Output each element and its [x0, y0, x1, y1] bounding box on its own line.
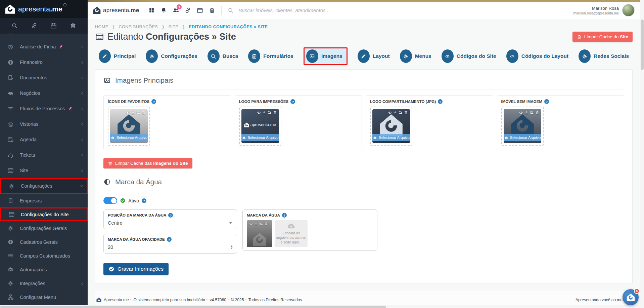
select-file-button[interactable]: Selecionar Arquivo: [372, 134, 410, 141]
tab-redes-sociais[interactable]: Redes Sociais: [579, 49, 629, 63]
trash-icon[interactable]: [535, 111, 539, 115]
upload-dropzone[interactable]: Selecionar Arquivo: [370, 107, 412, 146]
help-icon[interactable]: ?: [438, 99, 443, 104]
help-icon[interactable]: ?: [544, 99, 549, 104]
help-icon[interactable]: ?: [142, 198, 146, 203]
sidebar-item-configurar-menu[interactable]: Configurar Menu: [0, 290, 88, 304]
watermark-position-field[interactable]: POSIÇÃO DA MARCA DA ÁGUA ? Centro: [103, 209, 237, 229]
sidebar-item-documentos[interactable]: Documentos ‹: [0, 70, 88, 85]
search-icon[interactable]: [11, 23, 18, 29]
image-edit-icon[interactable]: [530, 111, 534, 115]
tab-layout[interactable]: Layout: [358, 49, 390, 63]
sidebar-item-configuracoes[interactable]: Configurações ‹: [0, 178, 88, 194]
bell-icon[interactable]: [160, 7, 167, 13]
eye-icon[interactable]: [249, 222, 253, 226]
eye-icon[interactable]: [388, 111, 392, 115]
sidebar-item-configuracoes-do-site[interactable]: Configurações do Site: [0, 207, 88, 221]
link-icon[interactable]: [185, 7, 191, 13]
tab-codigos-do-layout[interactable]: Códigos do Layout: [506, 49, 568, 63]
trash-icon[interactable]: [70, 23, 76, 29]
sidebar-item-negocios[interactable]: Negócios ‹: [0, 85, 88, 101]
sidebar-item-vistorias[interactable]: Vistorias ‹: [0, 116, 88, 132]
breadcrumb-site[interactable]: SITE: [168, 25, 178, 29]
sidebar-item-empresas[interactable]: Empresas: [0, 194, 88, 207]
save-button[interactable]: Gravar Informações: [103, 263, 169, 275]
download-icon[interactable]: [524, 111, 528, 115]
chat-widget-button[interactable]: 8: [623, 289, 639, 305]
search-input[interactable]: [238, 7, 412, 13]
sidebar-item-agenda[interactable]: Agenda ‹: [0, 132, 88, 147]
sidebar-item-financeiro[interactable]: Financeiro ‹: [0, 54, 88, 70]
tab-menus[interactable]: Menus: [400, 49, 431, 63]
watermark-opacity-value[interactable]: 20: [108, 244, 233, 250]
calendar-icon[interactable]: [50, 23, 57, 29]
upload-dropzone[interactable]: Selecionar Arquivo: [108, 107, 150, 146]
help-icon[interactable]: ?: [168, 213, 173, 218]
image-edit-icon[interactable]: [399, 111, 403, 115]
sidebar-item-analise-de-ficha[interactable]: Análise de Ficha ‹: [0, 39, 88, 54]
trash-icon[interactable]: [142, 111, 146, 115]
sidebar-item-fluxos-de-processos[interactable]: Fluxos de Processos ‹: [0, 101, 88, 116]
sidebar-item-pessoas[interactable]: Pessoas: [0, 34, 88, 39]
image-edit-icon[interactable]: [268, 111, 272, 115]
trash-icon[interactable]: [209, 7, 215, 13]
eye-icon[interactable]: [257, 111, 261, 115]
download-icon[interactable]: [262, 111, 266, 115]
clear-site-cache-button[interactable]: Limpar Cache do Site: [572, 32, 633, 42]
upload-dropzone[interactable]: Selecionar Arquivo: [501, 107, 544, 146]
tab-formularios[interactable]: Formulários: [248, 49, 293, 63]
breadcrumb-current[interactable]: EDITANDO CONFIGURAÇÕES » SITE: [189, 25, 268, 29]
watermark-position-value[interactable]: Centro: [108, 220, 233, 226]
sidebar-item-cadastros-gerais[interactable]: Cadastros Gerais: [0, 235, 88, 249]
trash-icon[interactable]: [264, 222, 268, 226]
tab-configuracoes[interactable]: Configurações: [146, 49, 197, 63]
apps-grid-icon[interactable]: [148, 7, 155, 13]
sidebar-item-site[interactable]: Site ‹: [0, 163, 88, 178]
upload-dropzone[interactable]: apresenta.me Selecionar Arquivo: [239, 107, 281, 146]
sidebar-item-automacoes[interactable]: Automações: [0, 263, 88, 276]
tab-principal[interactable]: Principal: [99, 49, 136, 63]
eye-icon[interactable]: [126, 111, 130, 115]
watermark-dropzone[interactable]: Escolha os arquivos ou arraste e solte a…: [275, 220, 308, 247]
help-icon[interactable]: ?: [151, 99, 156, 104]
sidebar-logo[interactable]: apresenta.me: [0, 0, 88, 18]
vertical-scrollbar[interactable]: [640, 0, 644, 308]
watermark-opacity-field[interactable]: MARCA DA ÁGUA OPACIDADE ? 20 ▲▼: [103, 234, 237, 254]
tab-codigos-do-site[interactable]: Códigos do Site: [442, 49, 496, 63]
horizontal-scrollbar[interactable]: [0, 305, 640, 308]
sidebar-item-tickets[interactable]: Tickets ‹: [0, 147, 88, 163]
number-stepper[interactable]: ▲▼: [230, 245, 233, 249]
user-menu[interactable]: Marison Rosa marison.rosa@apresenta.me: [573, 4, 635, 16]
tab-imagens[interactable]: Imagens: [304, 47, 348, 65]
topbar-logo[interactable]: apresenta.me: [93, 6, 139, 14]
image-edit-icon[interactable]: [259, 222, 263, 226]
tab-busca[interactable]: Busca: [208, 49, 238, 63]
help-icon[interactable]: ?: [282, 213, 287, 218]
eye-icon[interactable]: [519, 111, 523, 115]
select-file-button[interactable]: Selecionar Arquivo: [504, 134, 541, 141]
download-icon[interactable]: [393, 111, 397, 115]
watermark-active-toggle[interactable]: [103, 197, 117, 204]
trash-icon[interactable]: [404, 111, 408, 115]
scrollbar-thumb[interactable]: [641, 20, 644, 70]
sidebar-item-configuracoes-gerais[interactable]: Configurações Gerais: [0, 221, 88, 235]
image-edit-icon[interactable]: [136, 111, 140, 115]
sidebar-item-campos-customizados[interactable]: Campos Customizados: [0, 249, 88, 263]
chevron-down-icon[interactable]: [229, 222, 232, 224]
link-icon[interactable]: [31, 23, 37, 29]
help-icon[interactable]: ?: [167, 237, 172, 242]
sidebar-item-integracoes[interactable]: Integrações ‹: [0, 276, 88, 290]
avatar[interactable]: [622, 4, 635, 16]
select-file-button[interactable]: Selecionar Arquivo: [110, 134, 148, 141]
trash-icon[interactable]: [273, 111, 277, 115]
calendar-icon[interactable]: [197, 7, 203, 13]
select-file-button[interactable]: Selecionar Arquivo: [241, 134, 279, 141]
users-icon-wrap[interactable]: 1: [173, 7, 179, 13]
clear-images-cache-button[interactable]: Limpar Cache das Imagens do Site: [103, 158, 192, 168]
breadcrumb-home[interactable]: HOME: [95, 25, 108, 29]
scrollbar-thumb[interactable]: [0, 306, 386, 308]
download-icon[interactable]: [131, 111, 135, 115]
download-icon[interactable]: [254, 222, 258, 226]
help-icon[interactable]: ?: [290, 99, 295, 104]
breadcrumb-configuracoes[interactable]: CONFIGURAÇÕES: [119, 25, 158, 29]
